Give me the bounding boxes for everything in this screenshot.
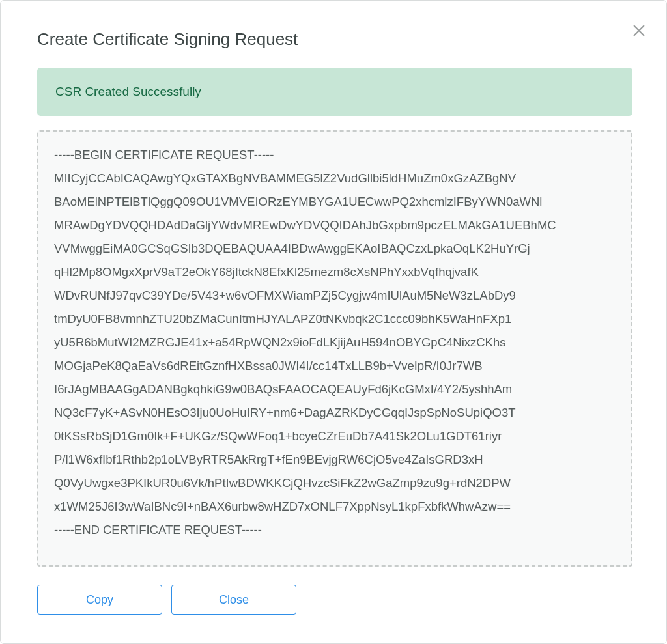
csr-line: 0tKSsRbSjD1Gm0Ik+F+UKGz/SQwWFoq1+bcyeCZr…: [54, 425, 616, 448]
close-icon: [632, 23, 646, 38]
csr-line: qHl2Mp8OMgxXprV9aT2eOkY68jItckN8EfxKl25m…: [54, 260, 616, 284]
csr-line: MIICyjCCAbICAQAwgYQxGTAXBgNVBAMMEG5lZ2Vu…: [54, 167, 616, 190]
csr-line: NQ3cF7yK+ASvN0HEsO3Iju0UoHuIRY+nm6+DagAZ…: [54, 401, 616, 425]
csr-line: WDvRUNfJ97qvC39YDe/5V43+w6vOFMXWiamPZj5C…: [54, 284, 616, 307]
csr-line: Q0VyUwgxe3PKIkUR0u6Vk/hPtIwBDWKKCjQHvzcS…: [54, 471, 616, 495]
success-banner: CSR Created Successfully: [37, 68, 632, 116]
csr-line: BAoMElNPTElBTlQggQ09OU1VMVEIORzEYMBYGA1U…: [54, 190, 616, 214]
csr-line: -----BEGIN CERTIFICATE REQUEST-----: [54, 143, 616, 167]
copy-button[interactable]: Copy: [37, 585, 162, 615]
csr-modal: Create Certificate Signing Request CSR C…: [0, 0, 667, 644]
csr-line: yU5R6bMutWI2MZRGJE41x+a54RpWQN2x9ioFdLKj…: [54, 331, 616, 354]
csr-line: -----END CERTIFICATE REQUEST-----: [54, 518, 616, 542]
csr-output-box: -----BEGIN CERTIFICATE REQUEST----- MIIC…: [37, 130, 632, 567]
button-row: Copy Close: [1, 585, 666, 615]
csr-line: P/l1W6xfIbf1Rthb2p1oLVByRTR5AkRrgT+fEn9B…: [54, 448, 616, 471]
csr-line: tmDyU0FB8vmnhZTU20bZMaCunItmHJYALAPZ0tNK…: [54, 307, 616, 331]
csr-line: MRAwDgYDVQQHDAdDaGljYWdvMREwDwYDVQQIDAhJ…: [54, 214, 616, 237]
csr-line: I6rJAgMBAAGgADANBgkqhkiG9w0BAQsFAAOCAQEA…: [54, 378, 616, 401]
csr-line: MOGjaPeK8QaEaVs6dREitGznfHXBssa0JWI4I/cc…: [54, 354, 616, 378]
success-message: CSR Created Successfully: [55, 85, 201, 98]
close-icon-button[interactable]: [629, 20, 649, 41]
close-button[interactable]: Close: [171, 585, 296, 615]
csr-line: VVMwggEiMA0GCSqGSIb3DQEBAQUAA4IBDwAwggEK…: [54, 237, 616, 260]
csr-line: x1WM25J6I3wWaIBNc9I+nBAX6urbw8wHZD7xONLF…: [54, 495, 616, 518]
modal-title: Create Certificate Signing Request: [1, 1, 666, 49]
